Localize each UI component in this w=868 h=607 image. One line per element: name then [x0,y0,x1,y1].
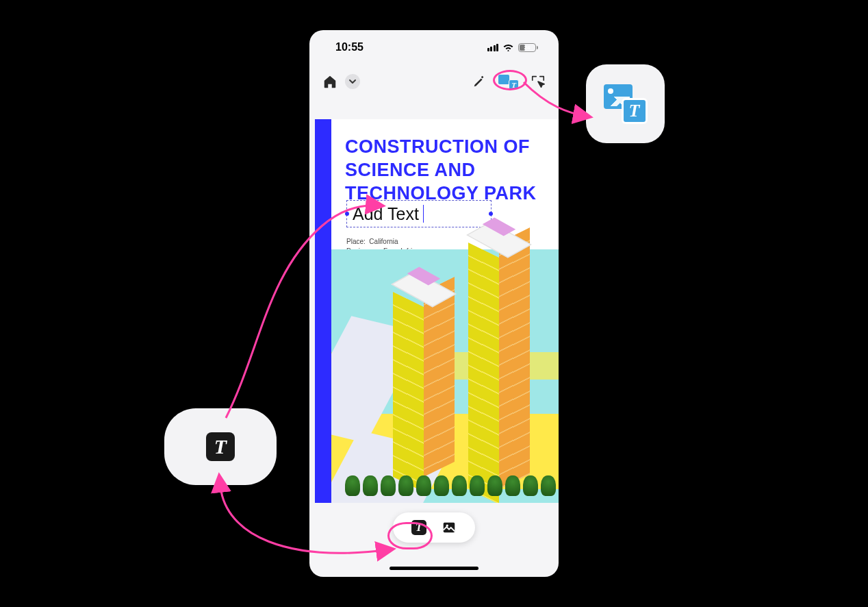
cellular-signal-icon [487,44,499,51]
page-stripe [315,119,331,503]
image-tool-icon [442,520,457,535]
app-toolbar: T [309,64,559,99]
highlighter-button[interactable] [471,73,487,90]
resize-handle-left[interactable] [345,212,349,216]
selection-touch-icon [531,74,546,89]
add-text-placeholder: Add Text [353,204,419,224]
meta-place-value: California [369,238,398,245]
battery-percent: 24 [524,45,531,51]
status-time: 10:55 [335,41,363,53]
text-cursor [423,205,424,223]
image-text-icon: T [604,84,648,124]
document-title: CONSTRUCTION OF SCIENCE AND TECHNOLOGY P… [345,136,550,205]
document-page: CONSTRUCTION OF SCIENCE AND TECHNOLOGY P… [331,119,559,503]
status-indicators: 24 [487,43,539,52]
chevron-dropdown-button[interactable] [345,74,360,89]
battery-indicator: 24 [518,43,538,52]
home-icon [322,74,337,89]
document-artwork [331,249,559,503]
wifi-icon [502,43,514,52]
image-tool-button[interactable] [442,520,457,535]
status-bar: 10:55 24 [309,30,559,64]
phone-mock: 10:55 24 [309,30,559,577]
text-tool-icon: T [206,432,235,461]
callout-image-text-icon: T [586,64,665,143]
highlighter-icon [472,74,487,89]
text-tool-button[interactable]: T [411,520,426,535]
meta-place-label: Place: [346,238,366,245]
home-indicator [390,567,478,570]
home-button[interactable] [322,73,338,90]
resize-handle-right[interactable] [489,212,493,216]
image-text-button[interactable]: T [498,73,519,90]
chevron-down-icon [348,77,357,86]
document-canvas[interactable]: CONSTRUCTION OF SCIENCE AND TECHNOLOGY P… [309,119,559,503]
svg-point-1 [446,525,448,527]
bottom-tool-bar: T [393,512,475,543]
callout-text-tool-icon: T [164,408,277,485]
image-text-icon [498,75,509,84]
selection-touch-button[interactable] [530,73,546,90]
text-tool-icon: T [411,520,426,535]
